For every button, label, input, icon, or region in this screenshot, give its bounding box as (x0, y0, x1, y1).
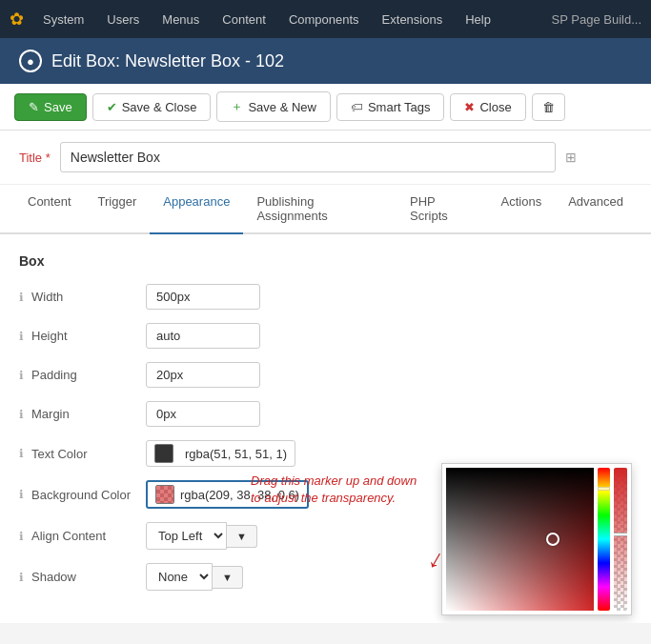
margin-label: Margin (31, 407, 146, 421)
margin-input[interactable] (146, 401, 260, 427)
padding-info-icon[interactable]: ℹ (19, 369, 24, 382)
color-gradient-area[interactable] (446, 468, 594, 611)
alpha-handle[interactable] (614, 533, 627, 536)
close-button[interactable]: ✖ Close (450, 93, 525, 121)
close-label: Close (479, 100, 511, 114)
shadow-select-wrap: None ▼ (146, 563, 243, 591)
width-info-icon[interactable]: ℹ (19, 291, 24, 304)
nav-system[interactable]: System (33, 7, 93, 32)
title-row: Title * ⊞ (0, 131, 651, 185)
title-label: Title * (19, 151, 51, 165)
width-row: ℹ Width (19, 284, 632, 310)
top-nav: ✿ System Users Menus Content Components … (0, 0, 651, 38)
height-input[interactable] (146, 323, 260, 349)
align-dropdown-arrow[interactable]: ▼ (227, 525, 257, 548)
text-color-info-icon[interactable]: ℹ (19, 447, 24, 460)
text-color-label: Text Color (31, 447, 146, 461)
bg-color-swatch (156, 486, 173, 503)
padding-input[interactable] (146, 362, 260, 388)
save-button[interactable]: ✎ Save (14, 93, 87, 121)
save-label: Save (44, 100, 72, 114)
tag-icon: 🏷 (351, 100, 363, 114)
text-color-value: rgba(51, 51, 51, 1) (185, 447, 287, 461)
annotation-text: Drag this marker up and down to adjust t… (251, 473, 422, 507)
x-icon: ✖ (464, 100, 475, 114)
tab-publishing[interactable]: Publishing Assignments (243, 185, 397, 234)
margin-info-icon[interactable]: ℹ (19, 408, 24, 421)
alpha-gradient (614, 468, 627, 611)
color-alpha-slider[interactable] (614, 468, 627, 611)
nav-extensions[interactable]: Extensions (373, 7, 453, 32)
width-label: Width (31, 290, 146, 304)
plus-icon: ＋ (231, 98, 243, 115)
save-icon: ✎ (29, 100, 39, 114)
nav-users[interactable]: Users (97, 7, 149, 32)
tab-appearance[interactable]: Appearance (150, 185, 243, 234)
save-new-button[interactable]: ＋ Save & New (216, 91, 331, 122)
bg-color-swatch-wrap (155, 485, 174, 504)
shadow-dropdown-arrow[interactable]: ▼ (213, 566, 243, 589)
tab-php[interactable]: PHP Scripts (397, 185, 487, 234)
text-color-field[interactable]: rgba(51, 51, 51, 1) (146, 440, 295, 467)
tab-trigger[interactable]: Trigger (85, 185, 151, 234)
main-content: Box ℹ Width ℹ Height ℹ Padding ℹ Margin … (0, 234, 651, 623)
nav-help[interactable]: Help (456, 7, 500, 32)
height-info-icon[interactable]: ℹ (19, 330, 24, 343)
page-title: Edit Box: Newsletter Box - 102 (51, 51, 284, 71)
smart-tags-button[interactable]: 🏷 Smart Tags (336, 93, 445, 121)
bg-color-info-icon[interactable]: ℹ (19, 488, 24, 501)
page-header: ● Edit Box: Newsletter Box - 102 (0, 38, 651, 84)
shadow-info-icon[interactable]: ℹ (19, 571, 24, 584)
sp-builder-label: SP Page Build... (552, 12, 641, 27)
align-info-icon[interactable]: ℹ (19, 530, 24, 543)
edit-icon: ● (19, 50, 42, 72)
tab-actions[interactable]: Actions (488, 185, 556, 234)
color-hue-slider[interactable] (598, 468, 611, 611)
save-new-label: Save & New (248, 100, 316, 114)
nav-content[interactable]: Content (213, 7, 275, 32)
title-options-button[interactable]: ⊞ (565, 150, 577, 165)
color-picker-popup[interactable] (441, 463, 632, 615)
color-gradient-marker[interactable] (546, 533, 559, 546)
align-select[interactable]: Top Left (146, 522, 227, 550)
shadow-label: Shadow (31, 570, 146, 584)
align-select-wrap: Top Left ▼ (146, 522, 257, 550)
height-row: ℹ Height (19, 323, 632, 349)
shadow-select[interactable]: None (146, 563, 213, 591)
save-close-button[interactable]: ✔ Save & Close (92, 93, 212, 121)
toolbar: ✎ Save ✔ Save & Close ＋ Save & New 🏷 Sma… (0, 84, 651, 131)
joomla-logo: ✿ (10, 9, 24, 30)
align-label: Align Content (31, 529, 146, 543)
save-close-label: Save & Close (122, 100, 197, 114)
tab-bar: Content Trigger Appearance Publishing As… (0, 185, 651, 234)
width-input[interactable] (146, 284, 260, 310)
tab-content[interactable]: Content (14, 185, 85, 234)
margin-row: ℹ Margin (19, 401, 632, 427)
smart-tags-label: Smart Tags (368, 100, 431, 114)
padding-label: Padding (31, 368, 146, 382)
height-label: Height (31, 329, 146, 343)
title-input[interactable] (60, 142, 556, 172)
color-picker-inner (442, 464, 631, 614)
tab-advanced[interactable]: Advanced (555, 185, 637, 234)
bg-color-label: Background Color (31, 488, 146, 502)
trash-button[interactable]: 🗑 (532, 93, 565, 121)
check-icon: ✔ (107, 100, 117, 114)
hue-handle[interactable] (598, 487, 611, 491)
nav-components[interactable]: Components (279, 7, 369, 32)
section-title: Box (19, 253, 632, 269)
trash-icon: 🗑 (542, 100, 555, 114)
nav-menus[interactable]: Menus (153, 7, 209, 32)
text-color-swatch (154, 444, 173, 463)
padding-row: ℹ Padding (19, 362, 632, 388)
